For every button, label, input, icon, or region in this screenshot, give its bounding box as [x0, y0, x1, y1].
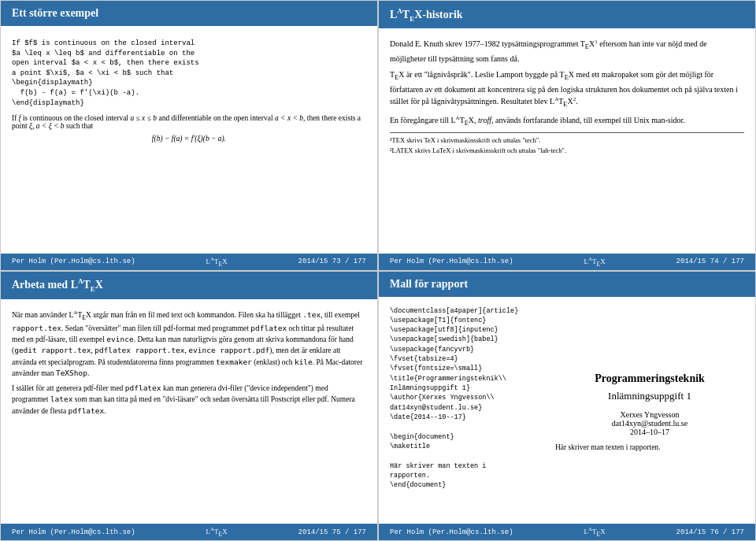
report-date: 2014–10–17	[555, 428, 744, 436]
slide4-footer-left: Per Holm (Per.Holm@cs.lth.se)	[390, 528, 513, 536]
slide1-title: Ett större exempel	[12, 7, 98, 19]
slide4-header: Mall för rapport	[379, 272, 755, 297]
slide3-header: Arbeta med LATEX	[1, 272, 377, 299]
slide2-footer-center: LATEX	[584, 256, 606, 268]
slide4-footer: Per Holm (Per.Holm@cs.lth.se) LATEX 2014…	[379, 524, 755, 540]
slide1-footer-right: 2014/15 73 / 177	[298, 258, 366, 265]
slide3-footer: Per Holm (Per.Holm@cs.lth.se) LATEX 2014…	[1, 524, 377, 540]
slide1-math: f(b) − f(a) = f′(ξ)(b − a).	[12, 135, 366, 143]
slide2-footer-right: 2014/15 74 / 177	[676, 258, 744, 265]
slide-2: LATEX-historik Donald E. Knuth skrev 197…	[378, 0, 756, 271]
slide3-footer-center: LATEX	[206, 526, 228, 538]
slide2-content: Donald E. Knuth skrev 1977–1982 typsättn…	[379, 28, 755, 253]
slide4-content: \documentclass[a4paper]{article}\usepack…	[379, 297, 755, 524]
slide3-para1: När man använder LATEX utgår man från en…	[12, 309, 366, 379]
slide1-content: If $f$ is continuous on the closed inter…	[1, 26, 377, 254]
slide3-footer-right: 2014/15 75 / 177	[298, 528, 366, 536]
report-email: dat14xyn@student.lu.se	[555, 419, 744, 428]
slide1-header: Ett större exempel	[1, 1, 377, 26]
slide4-code: \documentclass[a4paper]{article}\usepack…	[390, 306, 547, 520]
slide4-footer-center: LATEX	[584, 526, 606, 538]
slide4-preview: Programmeringsteknik Inlämningsuppgift 1…	[555, 306, 744, 520]
slide1-code: If $f$ is continuous on the closed inter…	[12, 39, 366, 108]
slide-4: Mall för rapport \documentclass[a4paper]…	[378, 271, 756, 542]
slide2-footnote2: ²LATEX skrivs LaTeX i skrivmaskinsskrift…	[390, 146, 744, 156]
slide4-title: Mall för rapport	[390, 278, 468, 290]
slide2-footnotes: ¹TEX skrivs TeX i skrivmaskinsskrift och…	[390, 132, 744, 156]
slide2-footer-left: Per Holm (Per.Holm@cs.lth.se)	[390, 258, 513, 265]
slide2-title: LATEX-historik	[390, 9, 463, 20]
slide4-footer-right: 2014/15 76 / 177	[676, 528, 744, 536]
slide1-footer-center: LATEX	[206, 256, 228, 268]
slide-3: Arbeta med LATEX När man använder LATEX …	[0, 271, 378, 542]
slide1-text: If f is continuous on the closed interva…	[12, 114, 366, 130]
slide2-para1: Donald E. Knuth skrev 1977–1982 typsättn…	[390, 38, 744, 65]
report-subtitle: Inlämningsuppgift 1	[555, 390, 744, 402]
slide1-footer-left: Per Holm (Per.Holm@cs.lth.se)	[12, 258, 135, 265]
slide3-content: När man använder LATEX utgår man från en…	[1, 299, 377, 524]
slide2-footnote1: ¹TEX skrivs TeX i skrivmaskinsskrift och…	[390, 135, 744, 146]
slide3-footer-left: Per Holm (Per.Holm@cs.lth.se)	[12, 528, 135, 536]
slide-1: Ett större exempel If $f$ is continuous …	[0, 0, 378, 271]
slide2-para3: En föregångare till LATEX, troff, använd…	[390, 114, 744, 129]
report-author: Xerxes Yngvesson	[555, 410, 744, 419]
slide2-header: LATEX-historik	[379, 1, 755, 28]
slide2-para2: TEX är ett "lågnivåspråk". Leslie Lampor…	[390, 69, 744, 109]
report-title: Programmeringsteknik	[555, 372, 744, 385]
slide1-footer: Per Holm (Per.Holm@cs.lth.se) LATEX 2014…	[1, 254, 377, 270]
slide3-title: Arbeta med LATEX	[12, 279, 103, 291]
report-body: Här skriver man texten i rapporten.	[555, 443, 744, 453]
slide2-footer: Per Holm (Per.Holm@cs.lth.se) LATEX 2014…	[379, 254, 755, 270]
slide3-para2: I stället för att generera pdf-filer med…	[12, 383, 366, 417]
